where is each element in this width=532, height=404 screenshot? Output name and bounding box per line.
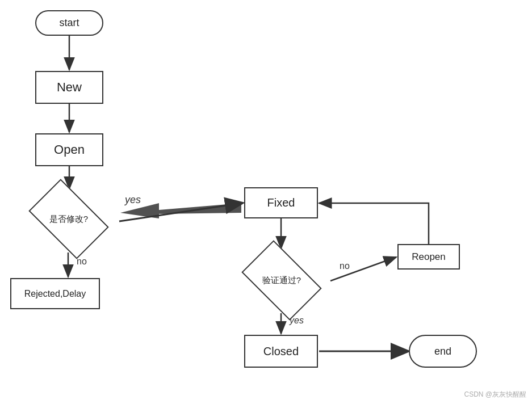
watermark: CSDN @灰灰快醒醒 — [464, 390, 526, 399]
yes2-label: yes — [290, 315, 304, 326]
new-label: New — [57, 80, 82, 95]
no2-label: no — [340, 261, 350, 271]
rejected-node: Rejected,Delay — [10, 278, 100, 309]
diamond1-node: 是否修改? — [17, 187, 120, 251]
no1-label: no — [77, 256, 87, 267]
end-node: end — [409, 335, 477, 368]
end-label: end — [434, 346, 451, 357]
diamond1-label: 是否修改? — [49, 214, 88, 225]
fixed-label: Fixed — [267, 196, 295, 209]
start-label: start — [59, 17, 79, 29]
yes1-label: yes — [125, 194, 141, 206]
start-node: start — [35, 10, 103, 36]
open-label: Open — [54, 142, 85, 157]
rejected-label: Rejected,Delay — [24, 289, 86, 299]
reopen-label: Reopen — [412, 251, 446, 263]
diamond2-node: 验证通过? — [230, 249, 333, 312]
diamond2-label: 验证通过? — [262, 275, 301, 286]
new-node: New — [35, 71, 103, 104]
fixed-node: Fixed — [244, 187, 318, 218]
reopen-node: Reopen — [397, 244, 460, 270]
closed-node: Closed — [244, 335, 318, 368]
closed-label: Closed — [263, 345, 299, 358]
open-node: Open — [35, 133, 103, 166]
flowchart-diagram: start New Open 是否修改? no yes Rejected,Del… — [0, 0, 532, 404]
